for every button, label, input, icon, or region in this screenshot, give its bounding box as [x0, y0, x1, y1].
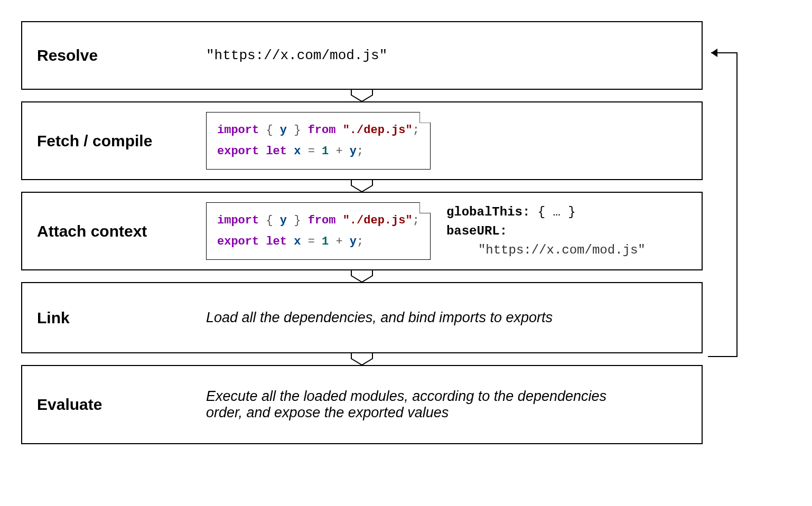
- attach-context-info: globalThis: { … } baseURL: "https://x.co…: [446, 203, 646, 260]
- stage-title-attach: Attach context: [37, 222, 190, 240]
- stage-title-link: Link: [37, 309, 190, 327]
- stage-attach-context: Attach context import { y } from "./dep.…: [21, 192, 703, 270]
- stage-title-evaluate: Evaluate: [37, 396, 190, 414]
- code-snippet-attach: import { y } from "./dep.js"; export let…: [206, 202, 431, 260]
- module-lifecycle-diagram: Resolve "https://x.com/mod.js" Fetch / c…: [21, 21, 750, 444]
- stage-title-fetch: Fetch / compile: [37, 132, 190, 150]
- stage-link: Link Load all the dependencies, and bind…: [21, 282, 703, 353]
- link-description: Load all the dependencies, and bind impo…: [206, 310, 553, 326]
- connector-4: [21, 353, 703, 365]
- resolve-url: "https://x.com/mod.js": [206, 48, 387, 63]
- connector-3: [21, 270, 703, 282]
- stage-evaluate: Evaluate Execute all the loaded modules,…: [21, 365, 703, 444]
- connector-1: [21, 90, 703, 101]
- stage-fetch-compile: Fetch / compile import { y } from "./dep…: [21, 101, 703, 180]
- connector-2: [21, 180, 703, 192]
- code-snippet-fetch: import { y } from "./dep.js"; export let…: [206, 112, 431, 170]
- stage-resolve: Resolve "https://x.com/mod.js": [21, 21, 703, 90]
- stage-title-resolve: Resolve: [37, 46, 190, 64]
- loop-back-arrow-icon: [708, 21, 750, 391]
- evaluate-description: Execute all the loaded modules, accordin…: [206, 388, 639, 421]
